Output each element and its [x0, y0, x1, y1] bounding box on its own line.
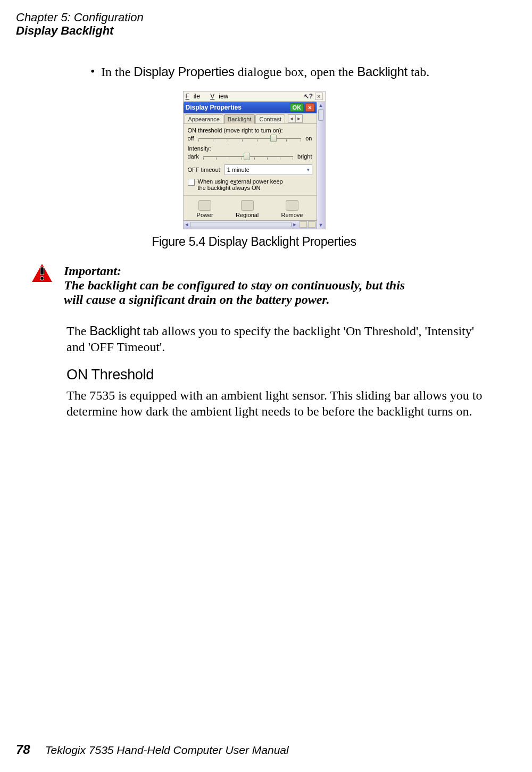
important-note: Important: The backlight can be configur… [32, 264, 492, 307]
view-rest: iew [219, 93, 228, 100]
slider-thumb-icon[interactable] [270, 135, 277, 142]
menu-bar: File View ↖? × [184, 92, 325, 102]
external-power-text: When using external power keep the backl… [198, 178, 283, 191]
bullet-mid: dialogue box, open the [235, 65, 358, 79]
view-underline: V [210, 93, 214, 100]
bullet-post: tab. [408, 65, 429, 79]
figure-container: File View ↖? × Display Properties OK × A… [16, 91, 492, 249]
hscroll-right-icon[interactable]: ► [293, 222, 297, 227]
figure-caption: Figure 5.4 Display Backlight Properties [16, 235, 492, 249]
icon-power[interactable]: Power [197, 200, 213, 218]
control-panel-icons: Power Regional Remove [184, 196, 317, 220]
regional-label: Regional [236, 212, 259, 218]
combo-value: 1 minute [227, 167, 250, 173]
dialog-title: Display Properties [186, 104, 242, 111]
off-timeout-combo[interactable]: 1 minute ▾ [225, 164, 312, 175]
display-properties-term: Display Properties [134, 64, 234, 79]
important-label: Important: [64, 264, 144, 278]
instruction-bullet: • In the Display Properties dialogue box… [90, 64, 492, 79]
chk-line1: When using external power keep [198, 178, 283, 185]
slider-track [198, 138, 302, 139]
on-threshold-slider[interactable] [198, 134, 302, 143]
tray-icon[interactable] [308, 221, 315, 228]
vscroll-up-icon[interactable]: ▲ [319, 103, 323, 108]
exclamation-icon [38, 267, 46, 280]
on-threshold-row: off on [188, 134, 312, 143]
help-icon[interactable]: ↖? [304, 93, 313, 100]
backlight-term2: Backlight [89, 323, 140, 338]
content-area: Display Properties OK × Appearance Backl… [184, 102, 317, 229]
important-body: The backlight can be configured to stay … [64, 278, 415, 307]
icon-remove[interactable]: Remove [281, 200, 303, 218]
regional-icon [241, 200, 254, 211]
page-footer: 78 Teklogix 7535 Hand-Held Computer User… [16, 742, 289, 757]
para1-pre: The [66, 324, 89, 338]
horizontal-scrollbar[interactable]: ◄ ► [184, 220, 317, 229]
vertical-scrollbar[interactable]: ▲ ▼ [317, 102, 325, 229]
dialog-titlebar: Display Properties OK × [184, 102, 317, 113]
on-threshold-heading: ON Threshold [66, 367, 492, 383]
titlebar-buttons: OK × [290, 103, 314, 112]
tab-backlight[interactable]: Backlight [224, 114, 255, 124]
file-rest: ile [194, 93, 200, 100]
paragraph-on-threshold: The 7535 is equipped with an ambient lig… [66, 387, 492, 419]
menu-file[interactable]: File [186, 93, 204, 100]
page-number: 78 [16, 742, 30, 757]
file-underline: F [186, 93, 189, 100]
external-power-checkbox[interactable] [188, 179, 195, 186]
tab-contrast[interactable]: Contrast [255, 114, 285, 123]
on-threshold-label: ON threshold (move right to turn on): [188, 127, 312, 134]
intensity-group: Intensity: dark bright [188, 145, 312, 161]
system-tray [297, 221, 315, 228]
backlight-term: Backlight [357, 64, 408, 79]
menubar-right: ↖? × [304, 93, 323, 100]
menu-items: File View [186, 93, 237, 100]
remove-icon [286, 200, 298, 211]
help-qmark: ? [309, 93, 313, 100]
on-threshold-group: ON threshold (move right to turn on): of… [188, 127, 312, 143]
hscroll-left-icon[interactable]: ◄ [185, 222, 189, 227]
vscroll-thumb[interactable] [318, 109, 323, 121]
menu-view[interactable]: View [210, 93, 232, 100]
page-header: Chapter 5: Configuration Display Backlig… [16, 11, 492, 38]
bullet-icon: • [90, 64, 101, 79]
chk-line2: the backlight always ON [198, 185, 261, 191]
window-close-icon[interactable]: × [315, 93, 322, 100]
bullet-pre: In the [101, 65, 134, 79]
intensity-label: Intensity: [188, 145, 312, 152]
ok-button[interactable]: OK [290, 103, 304, 112]
tray-icon[interactable] [300, 221, 307, 228]
tab-scroll-left-icon[interactable]: ◄ [288, 114, 295, 123]
chevron-down-icon: ▾ [307, 167, 310, 172]
off-timeout-row: OFF timeout 1 minute ▾ [188, 164, 312, 175]
backlight-pane: ON threshold (move right to turn on): of… [184, 124, 317, 196]
tab-appearance[interactable]: Appearance [185, 114, 223, 123]
intensity-slider[interactable] [203, 152, 293, 161]
section-label: Display Backlight [16, 24, 492, 37]
bright-label: bright [297, 153, 312, 160]
dark-label: dark [188, 153, 199, 160]
off-timeout-label: OFF timeout [188, 167, 220, 173]
tab-row: Appearance Backlight Contrast ◄ ► [184, 113, 317, 124]
chapter-label: Chapter 5: Configuration [16, 11, 492, 24]
warning-icon [32, 264, 52, 282]
slider-thumb-icon[interactable] [244, 153, 250, 160]
paragraph-backlight-tab: The Backlight tab allows you to specify … [66, 323, 492, 355]
tab-scroller: ◄ ► [288, 114, 303, 123]
important-text: Important: The backlight can be configur… [64, 264, 492, 307]
external-power-row: When using external power keep the backl… [188, 178, 312, 191]
hscroll-thumb[interactable] [190, 222, 291, 227]
vscroll-down-icon[interactable]: ▼ [319, 222, 323, 228]
slider-ticks [198, 139, 302, 143]
remove-label: Remove [281, 212, 303, 218]
body-area: Display Properties OK × Appearance Backl… [184, 102, 325, 229]
dialog-close-icon[interactable]: × [305, 103, 314, 112]
icon-regional[interactable]: Regional [236, 200, 259, 218]
power-icon [198, 200, 211, 211]
tab-scroll-right-icon[interactable]: ► [295, 114, 303, 123]
power-label: Power [197, 212, 213, 218]
on-label: on [305, 135, 312, 142]
off-label: off [188, 135, 194, 142]
screenshot-widget: File View ↖? × Display Properties OK × A… [183, 91, 326, 229]
bullet-text: In the Display Properties dialogue box, … [101, 64, 492, 79]
